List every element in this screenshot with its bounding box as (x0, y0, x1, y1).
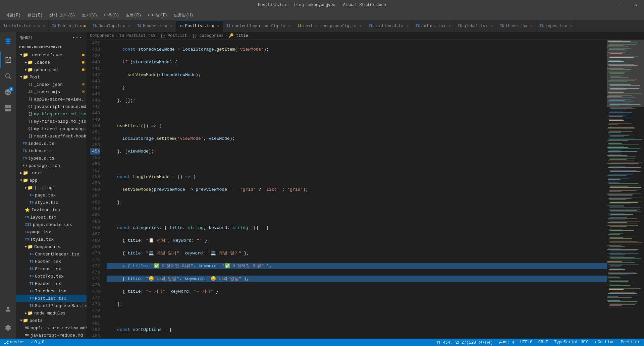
sidebar-item-intoduce[interactable]: TS Intoduce.tsx (16, 287, 87, 295)
menu-selection[interactable]: 선택 영역(S) (47, 11, 78, 19)
menu-edit[interactable]: 편집(E) (25, 11, 46, 19)
menu-run[interactable]: 실행(R) (123, 11, 144, 19)
sidebar-item-node-modules[interactable]: ▶ 📁 node_modules (16, 309, 87, 317)
tab-emotion-d[interactable]: TS emotion.d.ts × (365, 20, 412, 32)
sidebar-item-giscus[interactable]: TS Giscus.tsx (16, 265, 87, 273)
status-spaces[interactable]: 공백: 4 (497, 340, 516, 345)
sidebar-item-apple-store-md[interactable]: MD apple-store-review.md M (16, 324, 87, 332)
breadcrumb-postlist-sym[interactable]: {} PostList (160, 34, 187, 38)
tab-global-tsx[interactable]: TS global.tsx × (454, 20, 497, 32)
sidebar-item-index-d[interactable]: TS index.d.ts (16, 140, 87, 147)
tab-header-tsx[interactable]: TS Header.tsx × (134, 20, 176, 32)
tab-types-tsx[interactable]: TS types.tsx × (536, 20, 576, 32)
sidebar-item-blog-error[interactable]: {} my-blog-error.md.json U (16, 110, 87, 118)
sidebar-item-header[interactable]: TS Header.tsx (16, 280, 87, 287)
status-go-live[interactable]: ⚡ Go Live (593, 340, 616, 345)
sidebar-root[interactable]: ▼ BLOG-NEKONYANGYEE (16, 43, 87, 51)
activity-settings[interactable] (0, 320, 16, 336)
sidebar-item-favicon[interactable]: ⭐ favicon.ico (16, 206, 87, 214)
sidebar-more-icon[interactable]: ··· (72, 35, 83, 41)
sidebar-item-app[interactable]: ▼ 📁 app (16, 177, 87, 184)
tab-close-icon[interactable]: × (360, 24, 362, 28)
status-errors[interactable]: ✕ 0 ⚠ 0 (29, 340, 46, 345)
tab-close-icon[interactable]: × (170, 24, 172, 28)
sidebar-item-style-tsx[interactable]: TS style.tsx (16, 236, 87, 243)
code-content[interactable]: const storedViewMode = localStorage.getI… (103, 40, 607, 339)
sidebar-item-scrollprogress[interactable]: TS ScrollProgressBar.tsx (16, 302, 87, 309)
sidebar-item-package-json[interactable]: {} package.json (16, 162, 87, 169)
close-button[interactable]: ✕ (629, 0, 644, 10)
sidebar-item-index-json[interactable]: {} _index.json M (16, 81, 87, 88)
tab-close-icon[interactable]: × (491, 24, 493, 28)
sidebar-item-contentlayer[interactable]: ▼ 📁 .contentlayer (16, 51, 87, 59)
status-branch[interactable]: ⎇ master (3, 340, 26, 345)
sidebar-item-js-reduce[interactable]: {} javascript-reduce.md.json (16, 103, 87, 110)
tab-close-icon[interactable]: × (43, 24, 45, 28)
sidebar-item-generated[interactable]: ▶ 📁 generated (16, 66, 87, 73)
tab-colors-tsx[interactable]: TS colors.tsx × (412, 20, 454, 32)
sidebar-item-index-mjs2[interactable]: TS index.mjs (16, 147, 87, 155)
tab-style-tsx-app[interactable]: TS style.tsx app × (0, 20, 49, 32)
sidebar-item-page-tsx[interactable]: TS page.tsx (16, 228, 87, 236)
git-branch-icon: ⎇ (4, 340, 9, 345)
menu-terminal[interactable]: 터미널(T) (145, 11, 170, 19)
menu-help[interactable]: 도움말(H) (171, 11, 196, 19)
maximize-button[interactable]: □ (613, 0, 629, 10)
sidebar-item-js-reduce-md[interactable]: MD javascript-reduce.md (16, 332, 87, 339)
tab-label: global.tsx (464, 24, 488, 28)
menu-view[interactable]: 보기(V) (79, 11, 100, 19)
activity-explorer[interactable] (0, 52, 16, 68)
activity-git[interactable]: 3 (0, 84, 16, 100)
breadcrumb-title[interactable]: 🔑 title (229, 33, 248, 38)
sidebar-item-next[interactable]: ▶ 📁 .next (16, 169, 87, 177)
sidebar-item-footer[interactable]: TS Footer.tsx (16, 258, 87, 265)
sidebar-item-style-tsx-slug[interactable]: TS style.tsx (16, 199, 87, 206)
tab-close-icon[interactable]: × (217, 24, 219, 28)
tab-close-icon[interactable]: × (530, 24, 533, 28)
status-encoding[interactable]: UTF-8 (519, 340, 534, 345)
sidebar-item-types-d[interactable]: TS types.d.ts (16, 155, 87, 162)
menu-file[interactable]: 파일(F) (3, 11, 23, 19)
activity-extensions[interactable] (0, 100, 16, 116)
status-position[interactable]: 행 454, 열 27(120 선택됨) (435, 340, 494, 345)
sidebar-item-travel[interactable]: {} my-travel-gangneung.md... (16, 125, 87, 132)
breadcrumb-components[interactable]: Components (90, 34, 114, 38)
tab-gototop-tsx[interactable]: TS GotoTop.tsx × (89, 20, 134, 32)
sidebar-item-postlist[interactable]: TS PostList.tsx (16, 295, 87, 302)
status-prettier[interactable]: Prettier (619, 340, 641, 345)
tab-next-sitemap[interactable]: JS next-sitemap.config.js × (294, 20, 365, 32)
breadcrumb-postlist-file[interactable]: TS PostList.tsx (119, 34, 155, 38)
code-container[interactable]: 437 438 439 440 441 442 443 444 445 446 … (87, 40, 644, 339)
tab-close-icon[interactable]: × (288, 24, 290, 28)
tab-theme-tsx[interactable]: TS theme.tsx × (496, 20, 536, 32)
sidebar-item-apple-store[interactable]: {} apple-store-review... M (16, 96, 87, 103)
tab-contentlayer-config[interactable]: TS contentlayer.config.ts × (223, 20, 294, 32)
tab-postlist-tsx[interactable]: TS PostList.tsx × (176, 20, 223, 32)
sidebar-item-cache[interactable]: ▶ 📁 .cache (16, 59, 87, 66)
sidebar-item-post[interactable]: ▼ 📁 Post (16, 73, 87, 81)
sidebar-item-layout[interactable]: TS layout.tsx (16, 214, 87, 221)
sidebar-item-index-mjs[interactable]: JS _index.mjs M (16, 88, 87, 96)
sidebar-item-gototop[interactable]: TS GotoTop.tsx (16, 273, 87, 280)
sidebar-item-contentheader[interactable]: TS ContentHeader.tsx (16, 250, 87, 258)
sidebar-item-useeffect[interactable]: {} react-useeffect-hook.md.j... (16, 132, 87, 140)
status-language[interactable]: TypeScript JSX (553, 340, 589, 345)
tab-close-icon[interactable]: × (448, 24, 451, 28)
activity-account[interactable] (0, 301, 16, 317)
tab-close-icon[interactable]: × (407, 24, 409, 28)
minimize-button[interactable]: ─ (598, 0, 613, 10)
breadcrumb-categories[interactable]: {} categories (192, 34, 224, 38)
sidebar-item-page-module-css[interactable]: CSS page.module.css (16, 221, 87, 228)
sidebar-item-slug[interactable]: ▶ 📁 [..slug] (16, 184, 87, 191)
sidebar-item-first-blog[interactable]: {} my-first-blog.md.json (16, 118, 87, 125)
sidebar-item-posts[interactable]: ▼ 📁 posts (16, 317, 87, 324)
sidebar-item-components[interactable]: ▼ 📁 Components (16, 243, 87, 250)
menu-go[interactable]: 이동(G) (101, 11, 122, 19)
sidebar-item-page-tsx-slug[interactable]: TS page.tsx (16, 191, 87, 199)
activity-search[interactable] (0, 68, 16, 84)
breadcrumb-sep1: › (115, 34, 118, 38)
tab-footer-tsx[interactable]: TS Footer.tsx (49, 20, 89, 32)
tab-close-icon[interactable]: × (570, 24, 573, 28)
status-line-ending[interactable]: CRLF (537, 340, 549, 345)
tab-close-icon[interactable]: × (128, 24, 130, 28)
